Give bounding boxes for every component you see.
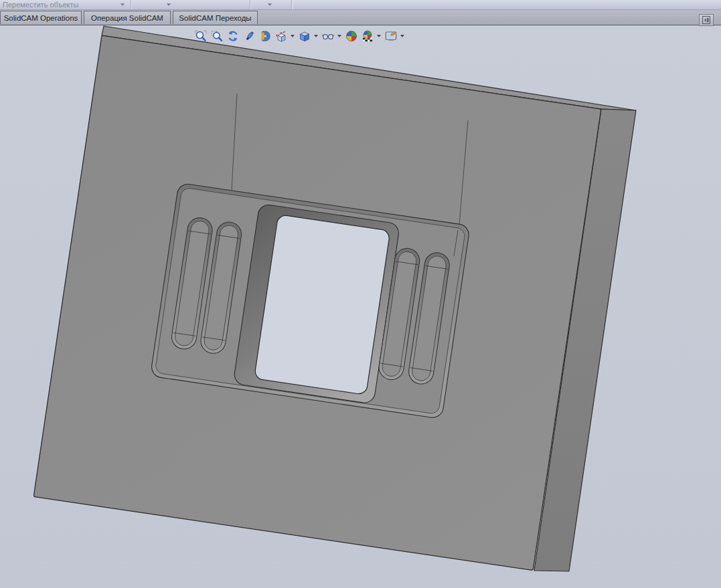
command-combo-row: Переместить объекты [0, 0, 721, 10]
zoom-to-area-icon[interactable] [210, 29, 224, 43]
separator [250, 0, 250, 9]
apply-scene-icon[interactable] [360, 29, 374, 43]
tab-solidcam-operations[interactable]: SolidCAM Operations [0, 11, 82, 24]
chevron-down-icon[interactable] [121, 3, 125, 6]
through-hole[interactable] [254, 214, 390, 395]
solidcam-window: Переместить объекты SolidCAM Operations … [0, 0, 721, 588]
hide-show-items-icon[interactable] [321, 29, 335, 43]
collapse-panel-icon [702, 15, 711, 25]
chevron-down-icon[interactable] [291, 35, 295, 37]
view-settings-icon[interactable] [384, 29, 398, 43]
tab-solidcam-operation[interactable]: Операция SolidCAM [84, 11, 171, 24]
edit-appearance-icon[interactable] [344, 29, 358, 43]
collapse-panel-button[interactable] [699, 14, 714, 26]
magnet-icon[interactable] [258, 29, 272, 43]
view-orientation-icon[interactable] [274, 29, 288, 43]
display-style-icon[interactable] [297, 29, 311, 43]
3d-viewport[interactable] [0, 25, 721, 588]
chevron-down-icon[interactable] [337, 35, 341, 37]
chevron-down-icon[interactable] [268, 3, 272, 6]
previous-view-icon[interactable] [226, 29, 240, 43]
separator [291, 0, 292, 9]
chevron-down-icon[interactable] [314, 35, 318, 37]
tab-solidcam-transitions[interactable]: SolidCAM Переходы [173, 11, 258, 24]
section-view-icon[interactable] [242, 29, 256, 43]
chevron-down-icon[interactable] [167, 3, 171, 6]
chevron-down-icon[interactable] [400, 35, 404, 37]
zoom-to-fit-icon[interactable] [193, 29, 208, 43]
move-objects-combo[interactable]: Переместить объекты [3, 1, 78, 9]
separator [131, 0, 131, 9]
chevron-down-icon[interactable] [377, 35, 381, 37]
command-manager-tabbar: SolidCAM Operations Операция SolidCAM So… [0, 10, 721, 25]
heads-up-view-toolbar [193, 28, 405, 44]
